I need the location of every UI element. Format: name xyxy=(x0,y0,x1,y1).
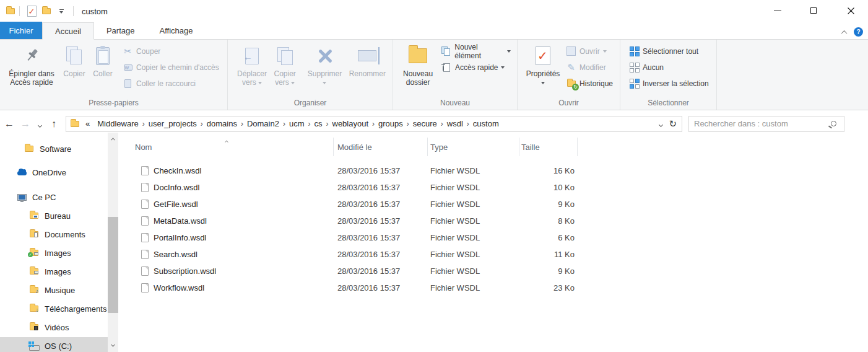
file-row[interactable]: GetFile.wsdl 28/03/2016 15:37 Fichier WS… xyxy=(119,196,589,213)
close-button[interactable] xyxy=(836,0,865,21)
breadcrumb-groups[interactable]: groups xyxy=(375,119,407,128)
up-button[interactable]: ↑ xyxy=(46,118,62,130)
close-icon xyxy=(848,7,854,14)
breadcrumb-domain2[interactable]: Domain2 xyxy=(243,119,283,128)
qat-new-folder-button[interactable] xyxy=(39,4,54,19)
sidebar-scrollbar[interactable] xyxy=(108,133,118,352)
pin-label-line2: Accès rapide xyxy=(10,78,53,87)
file-name: Subscription.wsdl xyxy=(154,266,216,276)
sidebar-item-images-synced[interactable]: ✓ Images xyxy=(0,244,108,262)
pictures-folder-synced-icon: ✓ xyxy=(28,250,40,256)
sidebar-item-software[interactable]: Software xyxy=(0,140,108,157)
file-row[interactable]: Workflow.wsdl 28/03/2016 15:37 Fichier W… xyxy=(119,279,589,296)
paste-shortcut-label: Coller le raccourci xyxy=(136,79,196,88)
new-folder-button[interactable]: Nouveau dossier xyxy=(399,42,436,89)
breadcrumb-user-projects[interactable]: user_projects xyxy=(145,119,201,128)
move-to-button[interactable]: ← Déplacer vers xyxy=(234,42,270,89)
file-type: Fichier WSDL xyxy=(427,200,519,209)
tab-affichage[interactable]: Affichage xyxy=(147,22,205,39)
minimize-button[interactable] xyxy=(763,0,792,21)
file-icon xyxy=(141,200,149,209)
scroll-down-button[interactable] xyxy=(108,340,118,351)
tab-partage[interactable]: Partage xyxy=(94,22,147,39)
rename-button[interactable]: Renommer xyxy=(346,42,389,80)
recent-locations-button[interactable] xyxy=(33,118,46,130)
file-row[interactable]: CheckIn.wsdl 28/03/2016 15:37 Fichier WS… xyxy=(119,162,589,179)
breadcrumb-wsdl[interactable]: wsdl xyxy=(443,119,467,128)
copy-button[interactable]: Copier xyxy=(59,42,89,80)
history-label: Historique xyxy=(579,79,613,88)
sidebar-item-label: Images xyxy=(45,249,71,258)
back-button[interactable]: ← xyxy=(1,118,17,130)
quick-access-icon xyxy=(441,62,452,73)
sidebar-item-ce-pc[interactable]: Ce PC xyxy=(0,188,108,206)
tab-accueil[interactable]: Accueil xyxy=(42,22,94,40)
breadcrumb-secure[interactable]: secure xyxy=(409,119,441,128)
collapse-ribbon-button[interactable] xyxy=(842,26,846,37)
file-name: GetFile.wsdl xyxy=(154,200,198,209)
sidebar-item-musique[interactable]: ♪ Musique xyxy=(0,281,108,299)
dropdown-caret xyxy=(291,82,295,84)
paste-button[interactable]: Coller xyxy=(89,42,116,80)
select-none-button[interactable]: Aucun xyxy=(627,60,711,74)
invert-selection-button[interactable]: Inverser la sélection xyxy=(627,76,711,90)
scroll-up-button[interactable] xyxy=(108,134,118,144)
sidebar-item-telechargements[interactable]: ↓ Téléchargements xyxy=(0,300,108,317)
sidebar-item-images[interactable]: Images xyxy=(0,263,108,280)
file-size: 8 Ko xyxy=(519,216,577,226)
edit-button[interactable]: ✎ Modifier xyxy=(563,60,615,74)
file-row[interactable]: MetaData.wsdl 28/03/2016 15:37 Fichier W… xyxy=(119,213,589,229)
copy-path-button[interactable]: W.. Copier le chemin d'accès xyxy=(120,60,222,74)
search-input[interactable] xyxy=(689,119,831,128)
paste-shortcut-button[interactable]: Coller le raccourci xyxy=(120,76,222,90)
breadcrumb-domains[interactable]: domains xyxy=(203,119,241,128)
sidebar-item-documents[interactable]: Documents xyxy=(0,226,108,243)
help-button[interactable]: ? xyxy=(854,27,863,37)
file-name: MetaData.wsdl xyxy=(154,216,207,226)
breadcrumb-cs[interactable]: cs xyxy=(311,119,326,128)
maximize-button[interactable] xyxy=(799,0,828,21)
search-box[interactable] xyxy=(688,116,844,132)
qat-properties-button[interactable]: ✓ xyxy=(24,4,39,19)
refresh-button[interactable]: ↻ xyxy=(669,118,677,130)
copy-to-button[interactable]: Copier vers xyxy=(270,42,300,89)
tab-fichier[interactable]: Fichier xyxy=(0,22,42,39)
quick-access-button[interactable]: Accès rapide xyxy=(439,60,513,74)
file-row[interactable]: PortalInfo.wsdl 28/03/2016 15:37 Fichier… xyxy=(119,229,589,246)
column-header-taille[interactable]: Taille xyxy=(519,143,577,152)
cut-button[interactable]: ✂ Couper xyxy=(120,44,222,58)
ribbon-group-clipboard: Épingler dans Accès rapide Copier Coller… xyxy=(0,40,228,110)
breadcrumb-custom[interactable]: custom xyxy=(469,119,503,128)
column-header-type[interactable]: Type xyxy=(427,143,519,152)
properties-button[interactable]: ✓ Propriétés xyxy=(523,42,563,89)
file-row[interactable]: Search.wsdl 28/03/2016 15:37 Fichier WSD… xyxy=(119,246,589,263)
breadcrumb-middleware[interactable]: Middleware xyxy=(93,119,142,128)
search-icon[interactable] xyxy=(831,121,836,126)
scrollbar-thumb[interactable] xyxy=(108,217,118,313)
sidebar-item-bureau[interactable]: Bureau xyxy=(0,207,108,224)
new-folder-icon xyxy=(42,8,51,14)
column-header-modifie-le[interactable]: Modifié le xyxy=(333,143,427,152)
history-button[interactable]: ↻ Historique xyxy=(563,76,615,90)
sidebar-item-videos[interactable]: Vidéos xyxy=(0,319,108,336)
open-button[interactable]: Ouvrir xyxy=(563,44,615,58)
file-row[interactable]: Subscription.wsdl 28/03/2016 15:37 Fichi… xyxy=(119,263,589,279)
delete-label: Supprimer xyxy=(308,69,342,78)
breadcrumb-weblayout[interactable]: weblayout xyxy=(329,119,373,128)
delete-button[interactable]: Supprimer xyxy=(303,42,345,89)
forward-button[interactable]: → xyxy=(17,118,33,130)
new-item-button[interactable]: Nouvel élément xyxy=(439,44,513,58)
pin-to-quick-access-button[interactable]: Épingler dans Accès rapide xyxy=(4,42,59,89)
file-date: 28/03/2016 15:37 xyxy=(333,233,427,242)
group-label-select: Sélectionner xyxy=(620,97,716,110)
sidebar-item-onedrive[interactable]: OneDrive xyxy=(0,164,108,181)
file-size: 9 Ko xyxy=(519,266,577,276)
address-bar[interactable]: « Middleware› user_projects› domains› Do… xyxy=(66,116,682,132)
address-dropdown-button[interactable] xyxy=(659,119,662,128)
sidebar-item-label: Software xyxy=(40,144,71,154)
sidebar-item-os-c[interactable]: OS (C:) xyxy=(0,337,108,352)
file-row[interactable]: DocInfo.wsdl 28/03/2016 15:37 Fichier WS… xyxy=(119,179,589,196)
select-all-button[interactable]: Sélectionner tout xyxy=(627,44,711,58)
breadcrumb-ucm[interactable]: ucm xyxy=(285,119,308,128)
qat-customize-button[interactable] xyxy=(54,4,69,19)
